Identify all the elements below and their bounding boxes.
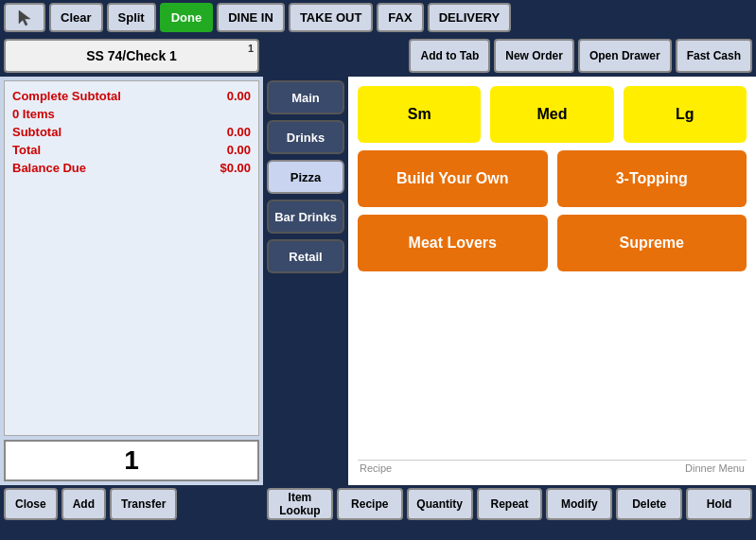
nav-panel: Main Drinks Pizza Bar Drinks Retail [263, 77, 348, 485]
total-label: Total [12, 143, 41, 157]
size-sm-button[interactable]: Sm [358, 86, 481, 143]
item-lookup-button[interactable]: Item Lookup [267, 488, 333, 520]
delivery-button[interactable]: DELIVERY [428, 3, 512, 32]
build-your-own-button[interactable]: Build Your Own [358, 150, 548, 207]
add-to-tab-button[interactable]: Add to Tab [409, 39, 490, 73]
balance-due-row: Balance Due $0.00 [12, 161, 251, 175]
complete-subtotal-row: Complete Subtotal 0.00 [12, 89, 251, 103]
size-row: Sm Med Lg [358, 86, 747, 143]
check-label: SS 74/Check 1 1 [4, 39, 259, 73]
clear-button[interactable]: Clear [49, 3, 103, 32]
check-id: SS 74/Check 1 [86, 48, 177, 63]
open-drawer-button[interactable]: Open Drawer [578, 39, 672, 73]
nav-main[interactable]: Main [267, 80, 344, 114]
supreme-button[interactable]: Supreme [557, 215, 747, 271]
receipt-area: Complete Subtotal 0.00 0 Items Subtotal … [4, 80, 259, 436]
repeat-button[interactable]: Repeat [477, 488, 543, 520]
total-value: 0.00 [227, 143, 251, 157]
items-count: 0 Items [12, 107, 251, 121]
second-bar: SS 74/Check 1 1 Add to Tab New Order Ope… [0, 35, 756, 77]
split-button[interactable]: Split [107, 3, 156, 32]
nav-retail[interactable]: Retail [267, 239, 344, 273]
subtotal-row: Subtotal 0.00 [12, 125, 251, 139]
option-row-2: Meat Lovers Supreme [358, 215, 747, 271]
fax-button[interactable]: FAX [377, 3, 423, 32]
take-out-button[interactable]: TAKE OUT [289, 3, 373, 32]
fast-cash-button[interactable]: Fast Cash [676, 39, 752, 73]
three-topping-button[interactable]: 3-Topping [557, 150, 747, 207]
hold-button[interactable]: Hold [686, 488, 752, 520]
add-button[interactable]: Add [62, 488, 106, 520]
complete-subtotal-label: Complete Subtotal [12, 89, 121, 103]
size-med-button[interactable]: Med [490, 86, 613, 143]
done-button[interactable]: Done [160, 3, 214, 32]
recipe-button[interactable]: Recipe [337, 488, 403, 520]
close-button[interactable]: Close [4, 488, 58, 520]
transfer-button[interactable]: Transfer [110, 488, 177, 520]
dine-in-button[interactable]: DINE IN [217, 3, 285, 32]
check-number: 1 [248, 43, 254, 54]
menu-panel: Sm Med Lg Build Your Own 3-Topping Meat … [348, 77, 756, 485]
complete-subtotal-value: 0.00 [227, 89, 251, 103]
new-order-button[interactable]: New Order [494, 39, 574, 73]
delete-button[interactable]: Delete [616, 488, 682, 520]
left-panel: Complete Subtotal 0.00 0 Items Subtotal … [0, 77, 263, 485]
modify-button[interactable]: Modify [546, 488, 612, 520]
nav-drinks[interactable]: Drinks [267, 120, 344, 154]
menu-footer: Recipe Dinner Menu [358, 460, 747, 476]
subtotal-label: Subtotal [12, 125, 62, 139]
second-right-buttons: Add to Tab New Order Open Drawer Fast Ca… [409, 39, 752, 73]
bottom-bar: Close Add Transfer Item Lookup Recipe Qu… [0, 485, 756, 523]
footer-dinner-menu: Dinner Menu [553, 461, 747, 476]
nav-bar-drinks[interactable]: Bar Drinks [267, 200, 344, 234]
nav-pizza[interactable]: Pizza [267, 160, 344, 194]
meat-lovers-button[interactable]: Meat Lovers [358, 215, 548, 271]
bottom-left-bar: Close Add Transfer [0, 485, 263, 523]
subtotal-value: 0.00 [227, 125, 251, 139]
bottom-right-bar: Item Lookup Recipe Quantity Repeat Modif… [263, 485, 756, 523]
top-bar: Clear Split Done DINE IN TAKE OUT FAX DE… [0, 0, 756, 35]
balance-due-value: $0.00 [220, 161, 251, 175]
balance-due-label: Balance Due [12, 161, 86, 175]
number-display: 1 [4, 440, 259, 481]
size-lg-button[interactable]: Lg [624, 86, 747, 143]
quantity-button[interactable]: Quantity [407, 488, 473, 520]
footer-recipe: Recipe [358, 461, 553, 476]
main-content: Complete Subtotal 0.00 0 Items Subtotal … [0, 77, 756, 485]
total-row: Total 0.00 [12, 143, 251, 157]
cursor-icon-button[interactable] [4, 3, 45, 32]
option-row-1: Build Your Own 3-Topping [358, 150, 747, 207]
